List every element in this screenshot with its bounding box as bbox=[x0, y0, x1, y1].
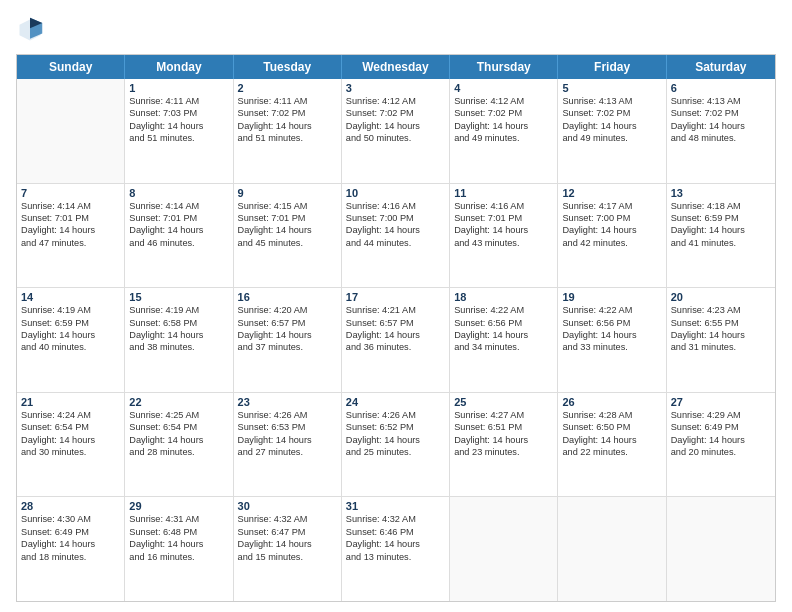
cell-info: Sunrise: 4:17 AM bbox=[562, 200, 661, 212]
cell-info: and 40 minutes. bbox=[21, 341, 120, 353]
calendar-body: 1Sunrise: 4:11 AMSunset: 7:03 PMDaylight… bbox=[17, 79, 775, 601]
cell-info: and 20 minutes. bbox=[671, 446, 771, 458]
day-number: 4 bbox=[454, 82, 553, 94]
day-number: 25 bbox=[454, 396, 553, 408]
cell-info: Sunset: 7:02 PM bbox=[562, 107, 661, 119]
cell-info: Sunset: 6:59 PM bbox=[21, 317, 120, 329]
day-number: 3 bbox=[346, 82, 445, 94]
cell-info: Daylight: 14 hours bbox=[238, 120, 337, 132]
calendar-cell bbox=[558, 497, 666, 601]
cell-info: Daylight: 14 hours bbox=[21, 329, 120, 341]
calendar-cell: 13Sunrise: 4:18 AMSunset: 6:59 PMDayligh… bbox=[667, 184, 775, 288]
cell-info: Sunrise: 4:30 AM bbox=[21, 513, 120, 525]
cell-info: Sunrise: 4:24 AM bbox=[21, 409, 120, 421]
day-number: 5 bbox=[562, 82, 661, 94]
day-number: 16 bbox=[238, 291, 337, 303]
calendar-cell: 28Sunrise: 4:30 AMSunset: 6:49 PMDayligh… bbox=[17, 497, 125, 601]
calendar-cell: 22Sunrise: 4:25 AMSunset: 6:54 PMDayligh… bbox=[125, 393, 233, 497]
cell-info: Daylight: 14 hours bbox=[129, 538, 228, 550]
cell-info: Sunset: 6:52 PM bbox=[346, 421, 445, 433]
cell-info: Sunrise: 4:12 AM bbox=[346, 95, 445, 107]
cell-info: Sunrise: 4:32 AM bbox=[238, 513, 337, 525]
day-number: 11 bbox=[454, 187, 553, 199]
calendar-cell bbox=[667, 497, 775, 601]
cell-info: and 51 minutes. bbox=[238, 132, 337, 144]
cell-info: Sunset: 7:01 PM bbox=[21, 212, 120, 224]
cell-info: Sunrise: 4:13 AM bbox=[562, 95, 661, 107]
cell-info: and 18 minutes. bbox=[21, 551, 120, 563]
day-number: 24 bbox=[346, 396, 445, 408]
header-day-monday: Monday bbox=[125, 55, 233, 79]
cell-info: Sunrise: 4:32 AM bbox=[346, 513, 445, 525]
cell-info: Sunset: 6:59 PM bbox=[671, 212, 771, 224]
page: SundayMondayTuesdayWednesdayThursdayFrid… bbox=[0, 0, 792, 612]
cell-info: Sunset: 6:53 PM bbox=[238, 421, 337, 433]
cell-info: Daylight: 14 hours bbox=[238, 329, 337, 341]
cell-info: Daylight: 14 hours bbox=[454, 434, 553, 446]
cell-info: Sunrise: 4:27 AM bbox=[454, 409, 553, 421]
cell-info: Daylight: 14 hours bbox=[129, 329, 228, 341]
calendar-cell: 23Sunrise: 4:26 AMSunset: 6:53 PMDayligh… bbox=[234, 393, 342, 497]
cell-info: and 45 minutes. bbox=[238, 237, 337, 249]
cell-info: Daylight: 14 hours bbox=[562, 224, 661, 236]
cell-info: Daylight: 14 hours bbox=[346, 329, 445, 341]
cell-info: Daylight: 14 hours bbox=[346, 434, 445, 446]
cell-info: Sunset: 6:57 PM bbox=[346, 317, 445, 329]
day-number: 31 bbox=[346, 500, 445, 512]
cell-info: Daylight: 14 hours bbox=[21, 538, 120, 550]
cell-info: Sunrise: 4:22 AM bbox=[454, 304, 553, 316]
calendar-cell: 1Sunrise: 4:11 AMSunset: 7:03 PMDaylight… bbox=[125, 79, 233, 183]
cell-info: Sunrise: 4:16 AM bbox=[346, 200, 445, 212]
cell-info: Sunset: 7:02 PM bbox=[454, 107, 553, 119]
cell-info: Sunrise: 4:11 AM bbox=[129, 95, 228, 107]
cell-info: Sunrise: 4:14 AM bbox=[21, 200, 120, 212]
cell-info: Sunrise: 4:18 AM bbox=[671, 200, 771, 212]
header-day-sunday: Sunday bbox=[17, 55, 125, 79]
calendar-cell bbox=[17, 79, 125, 183]
cell-info: Sunrise: 4:12 AM bbox=[454, 95, 553, 107]
cell-info: Sunrise: 4:19 AM bbox=[129, 304, 228, 316]
day-number: 14 bbox=[21, 291, 120, 303]
cell-info: Daylight: 14 hours bbox=[454, 329, 553, 341]
cell-info: Sunset: 6:56 PM bbox=[562, 317, 661, 329]
logo bbox=[16, 16, 48, 44]
header-day-saturday: Saturday bbox=[667, 55, 775, 79]
cell-info: Daylight: 14 hours bbox=[129, 434, 228, 446]
calendar-cell: 24Sunrise: 4:26 AMSunset: 6:52 PMDayligh… bbox=[342, 393, 450, 497]
cell-info: Daylight: 14 hours bbox=[454, 224, 553, 236]
cell-info: Sunrise: 4:22 AM bbox=[562, 304, 661, 316]
day-number: 17 bbox=[346, 291, 445, 303]
cell-info: and 23 minutes. bbox=[454, 446, 553, 458]
header-day-tuesday: Tuesday bbox=[234, 55, 342, 79]
cell-info: Sunset: 7:02 PM bbox=[238, 107, 337, 119]
calendar-cell: 27Sunrise: 4:29 AMSunset: 6:49 PMDayligh… bbox=[667, 393, 775, 497]
calendar-header: SundayMondayTuesdayWednesdayThursdayFrid… bbox=[17, 55, 775, 79]
cell-info: and 16 minutes. bbox=[129, 551, 228, 563]
day-number: 9 bbox=[238, 187, 337, 199]
logo-icon bbox=[16, 16, 44, 44]
cell-info: Daylight: 14 hours bbox=[346, 224, 445, 236]
cell-info: Sunset: 6:54 PM bbox=[21, 421, 120, 433]
cell-info: and 41 minutes. bbox=[671, 237, 771, 249]
calendar-week-2: 7Sunrise: 4:14 AMSunset: 7:01 PMDaylight… bbox=[17, 184, 775, 289]
cell-info: Sunrise: 4:14 AM bbox=[129, 200, 228, 212]
calendar-cell: 4Sunrise: 4:12 AMSunset: 7:02 PMDaylight… bbox=[450, 79, 558, 183]
cell-info: Daylight: 14 hours bbox=[562, 329, 661, 341]
calendar-cell: 5Sunrise: 4:13 AMSunset: 7:02 PMDaylight… bbox=[558, 79, 666, 183]
day-number: 19 bbox=[562, 291, 661, 303]
day-number: 2 bbox=[238, 82, 337, 94]
day-number: 8 bbox=[129, 187, 228, 199]
cell-info: Sunrise: 4:28 AM bbox=[562, 409, 661, 421]
calendar-week-4: 21Sunrise: 4:24 AMSunset: 6:54 PMDayligh… bbox=[17, 393, 775, 498]
day-number: 18 bbox=[454, 291, 553, 303]
cell-info: Sunset: 6:56 PM bbox=[454, 317, 553, 329]
day-number: 1 bbox=[129, 82, 228, 94]
calendar-cell: 3Sunrise: 4:12 AMSunset: 7:02 PMDaylight… bbox=[342, 79, 450, 183]
cell-info: Sunrise: 4:21 AM bbox=[346, 304, 445, 316]
cell-info: Sunset: 6:49 PM bbox=[671, 421, 771, 433]
cell-info: and 25 minutes. bbox=[346, 446, 445, 458]
day-number: 28 bbox=[21, 500, 120, 512]
calendar-cell: 6Sunrise: 4:13 AMSunset: 7:02 PMDaylight… bbox=[667, 79, 775, 183]
calendar-week-3: 14Sunrise: 4:19 AMSunset: 6:59 PMDayligh… bbox=[17, 288, 775, 393]
cell-info: Sunset: 6:51 PM bbox=[454, 421, 553, 433]
